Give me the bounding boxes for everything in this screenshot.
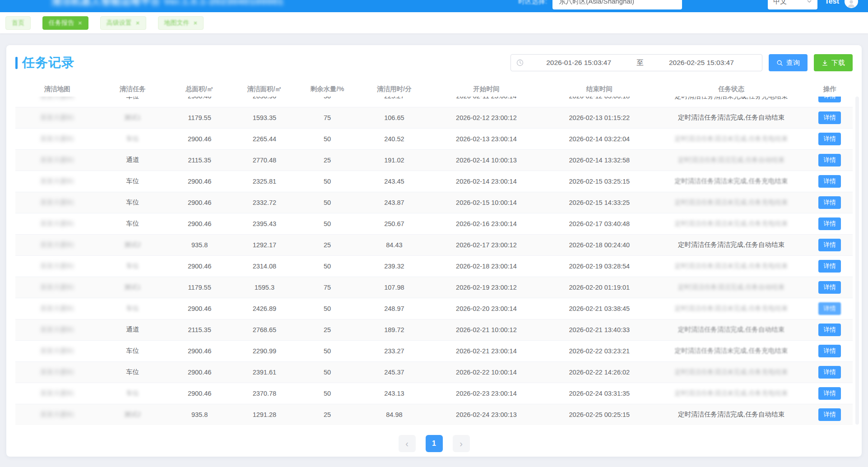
- cell-duration: 233.27: [359, 340, 430, 361]
- cell-start-time: 2026-02-15 10:00:14: [430, 192, 543, 213]
- cell-start-time: 2026-02-19 23:00:12: [430, 277, 543, 298]
- column-header-duration: 清洁用时/分: [359, 81, 430, 97]
- cell-clean-area: 2314.08: [233, 255, 296, 277]
- detail-button[interactable]: 详情: [818, 302, 841, 315]
- cell-map: 某某大厦B1: [15, 298, 99, 319]
- date-range-separator: 至: [634, 58, 646, 68]
- cell-duration: 250.67: [359, 213, 430, 234]
- column-header-end-time: 结束时间: [543, 81, 656, 97]
- cell-start-time: 2026-02-17 23:00:12: [430, 234, 543, 255]
- cell-water: 50: [296, 255, 358, 277]
- current-page-button[interactable]: 1: [426, 435, 443, 452]
- next-page-button[interactable]: ›: [453, 435, 470, 452]
- cell-end-time: 2026-02-24 03:31:35: [543, 383, 656, 404]
- user-avatar[interactable]: [845, 0, 858, 8]
- cell-total-area: 2115.35: [166, 319, 233, 340]
- cell-water: 75: [296, 107, 358, 128]
- cell-task: 车位: [99, 361, 166, 383]
- detail-button[interactable]: 详情: [818, 97, 841, 102]
- detail-button[interactable]: 详情: [818, 239, 841, 251]
- cell-duration: 107.98: [359, 277, 430, 298]
- table-row: 某某大厦B1测试2935.81292.172584.432026-02-17 2…: [15, 234, 853, 255]
- download-button[interactable]: 下载: [814, 54, 853, 71]
- tab-home[interactable]: 首页: [5, 16, 31, 30]
- cell-status: 定时清洁任务清洁未完成,任务充电结束: [656, 361, 807, 383]
- tab-map-files[interactable]: 地图文件×: [158, 16, 204, 30]
- cell-total-area: 2900.46: [166, 97, 233, 107]
- cell-status: 定时清洁任务清洁未完成,任务充电结束: [656, 192, 807, 213]
- cell-map: 某某大厦B1: [15, 404, 99, 425]
- cell-duration: 84.98: [359, 404, 430, 425]
- language-select[interactable]: 中文: [768, 0, 817, 9]
- cell-start-time: 2026-02-11 23:00:14: [430, 97, 543, 107]
- detail-button[interactable]: 详情: [818, 387, 841, 400]
- cell-actions: 详情: [807, 97, 853, 107]
- cell-status: 定时清洁任务清洁未完成,任务充电结束: [656, 171, 807, 192]
- cell-status: 定时清洁任务清洁未完成,任务充电结束: [656, 128, 807, 149]
- cell-task: 车位: [99, 383, 166, 404]
- timezone-value: 东八时区(Asia/Shanghai): [559, 0, 634, 6]
- task-table-body-viewport: 某某大厦B1车位2900.462056.9650225.272026-02-11…: [15, 97, 853, 425]
- cell-start-time: 2026-02-23 23:00:14: [430, 383, 543, 404]
- detail-button[interactable]: 详情: [818, 154, 841, 166]
- cell-task: 通道: [99, 149, 166, 171]
- cell-water: 50: [296, 383, 358, 404]
- cell-end-time: 2026-02-12 03:06:18: [543, 97, 656, 107]
- tab-close-icon[interactable]: ×: [136, 19, 140, 26]
- detail-button[interactable]: 详情: [818, 260, 841, 273]
- timezone-select[interactable]: 东八时区(Asia/Shanghai): [552, 0, 682, 9]
- date-to-value[interactable]: 2026-02-25 15:03:47: [646, 59, 757, 67]
- cell-actions: 详情: [807, 298, 853, 319]
- detail-button[interactable]: 详情: [818, 345, 841, 357]
- tab-advanced-settings[interactable]: 高级设置×: [100, 16, 146, 30]
- table-row: 某某大厦B1车位2900.462426.8950248.972026-02-20…: [15, 298, 853, 319]
- table-row: 某某大厦B1测试2935.81291.282584.982026-02-24 2…: [15, 404, 853, 425]
- cell-task: 测试2: [99, 234, 166, 255]
- query-button[interactable]: 查询: [769, 54, 808, 71]
- tab-label: 地图文件: [164, 19, 190, 27]
- column-header-water: 剩余水量/%: [296, 81, 358, 97]
- detail-button[interactable]: 详情: [818, 133, 841, 145]
- clock-icon: [516, 59, 524, 66]
- cell-map: 某某大厦B1: [15, 361, 99, 383]
- cell-actions: 详情: [807, 213, 853, 234]
- cell-total-area: 2900.46: [166, 340, 233, 361]
- cell-duration: 243.13: [359, 383, 430, 404]
- detail-button[interactable]: 详情: [818, 408, 841, 421]
- cell-actions: 详情: [807, 319, 853, 340]
- detail-button[interactable]: 详情: [818, 366, 841, 379]
- cell-duration: 84.43: [359, 234, 430, 255]
- cell-duration: 240.52: [359, 128, 430, 149]
- cell-start-time: 2026-02-18 23:00:14: [430, 255, 543, 277]
- detail-button[interactable]: 详情: [818, 111, 841, 124]
- cell-duration: 245.37: [359, 361, 430, 383]
- cell-map: 某某大厦B1: [15, 383, 99, 404]
- cell-map: 某某大厦B1: [15, 149, 99, 171]
- cell-start-time: 2026-02-14 10:00:13: [430, 149, 543, 171]
- cell-end-time: 2026-02-14 03:22:04: [543, 128, 656, 149]
- table-row: 某某大厦B1测试11179.551593.3575106.652026-02-1…: [15, 107, 853, 128]
- cell-clean-area: 2265.44: [233, 128, 296, 149]
- cell-status: 定时清洁任务清洁完成,任务自动结束: [656, 277, 807, 298]
- detail-button[interactable]: 详情: [818, 324, 841, 336]
- detail-button[interactable]: 详情: [818, 217, 841, 230]
- detail-button[interactable]: 详情: [818, 281, 841, 294]
- tab-task-report[interactable]: 任务报告×: [42, 16, 88, 30]
- cell-duration: 106.65: [359, 107, 430, 128]
- task-record-card: 任务记录 2026-01-26 15:03:47 至 2026-02-25 15…: [6, 45, 862, 457]
- tab-close-icon[interactable]: ×: [78, 19, 82, 26]
- date-from-value[interactable]: 2026-01-26 15:03:47: [524, 59, 634, 67]
- prev-page-button[interactable]: ‹: [399, 435, 416, 452]
- table-scrollbar[interactable]: [855, 97, 859, 425]
- cell-clean-area: 2770.48: [233, 149, 296, 171]
- tab-close-icon[interactable]: ×: [194, 19, 198, 26]
- cell-task: 通道: [99, 319, 166, 340]
- column-header-total-area: 总面积/㎡: [166, 81, 233, 97]
- detail-button[interactable]: 详情: [818, 196, 841, 209]
- cell-actions: 详情: [807, 192, 853, 213]
- cell-status: 定时清洁任务清洁未完成,任务充电结束: [656, 298, 807, 319]
- date-range-picker[interactable]: 2026-01-26 15:03:47 至 2026-02-25 15:03:4…: [511, 54, 762, 71]
- detail-button[interactable]: 详情: [818, 175, 841, 188]
- cell-water: 50: [296, 361, 358, 383]
- column-header-status: 任务状态: [656, 81, 807, 97]
